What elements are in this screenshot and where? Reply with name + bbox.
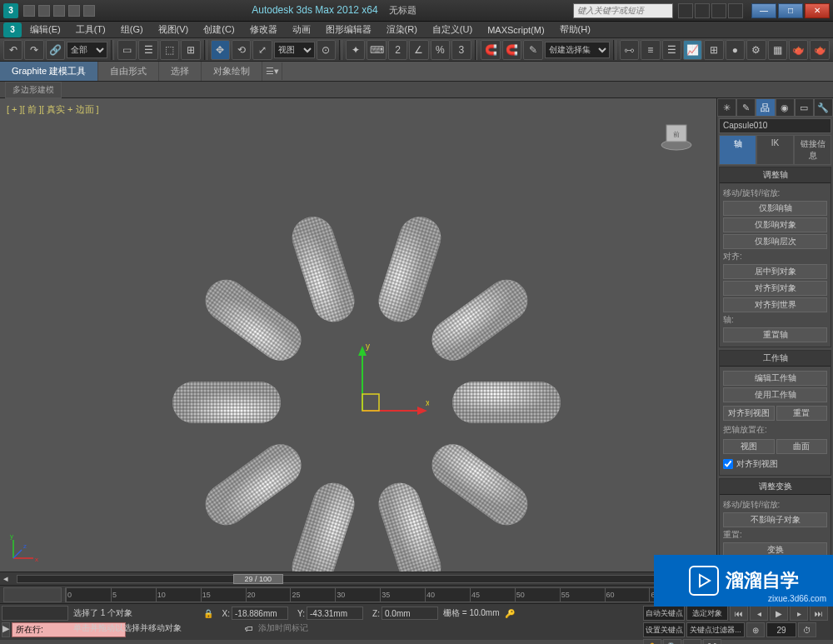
spinner-snap-button[interactable]: 3 [451, 40, 471, 60]
current-frame-input[interactable]: 29 [766, 622, 796, 637]
menu-render[interactable]: 渲染(R) [380, 22, 424, 37]
lock-icon[interactable]: 🔒 [203, 609, 213, 618]
keyfilter-button[interactable]: 关键点过滤器... [686, 622, 745, 637]
edit-working-pivot-button[interactable]: 编辑工作轴 [723, 371, 827, 386]
viewport[interactable]: 前 [0, 98, 716, 572]
selected-set-button[interactable]: 选定对象 [686, 606, 728, 621]
pivot-center-button[interactable]: ⊙ [317, 40, 336, 60]
help-icon[interactable] [728, 3, 743, 18]
time-tag-icon[interactable]: 🏷 [245, 624, 253, 633]
menu-graph-editors[interactable]: 图形编辑器 [319, 22, 378, 37]
play-button[interactable]: ▶ [770, 606, 788, 621]
coord-z-input[interactable] [382, 607, 438, 620]
ribbon-tab-freeform[interactable]: 自由形式 [98, 62, 159, 81]
listener-toggle-icon[interactable]: ▶ [2, 622, 10, 637]
menu-customize[interactable]: 自定义(U) [426, 22, 479, 37]
menu-modifiers[interactable]: 修改器 [243, 22, 284, 37]
menu-maxscript[interactable]: MAXScript(M) [481, 23, 551, 37]
scale-button[interactable]: ⤢ [252, 40, 272, 60]
mirror-button[interactable]: ⧟ [620, 40, 639, 60]
select-name-button[interactable]: ☰ [138, 40, 157, 60]
panel-tab-display[interactable]: ▭ [795, 98, 814, 117]
qat-icon[interactable] [38, 5, 50, 17]
coord-y-input[interactable] [307, 607, 363, 620]
subtab-ik[interactable]: IK [756, 135, 794, 165]
redo-button[interactable]: ↷ [24, 40, 43, 60]
prev-frame-button[interactable]: ◂ [750, 606, 768, 621]
panel-tab-hierarchy[interactable]: 品 [756, 98, 775, 117]
panel-tab-modify[interactable]: ✎ [736, 98, 756, 117]
curve-editor-button[interactable]: 📈 [683, 40, 702, 60]
move-gizmo[interactable]: y x [329, 344, 429, 444]
selection-filter[interactable]: 全部 [67, 42, 107, 58]
info-center-icon[interactable] [678, 3, 693, 18]
ribbon-tab-select[interactable]: 选择 [159, 62, 202, 81]
keyboard-shortcut-button[interactable]: ⌨ [367, 40, 386, 60]
align-to-world-button[interactable]: 对齐到世界 [723, 297, 827, 312]
snap-angle-button[interactable]: ∠ [409, 40, 428, 60]
move-button[interactable]: ✥ [211, 40, 230, 60]
add-time-tag[interactable]: 添加时间标记 [258, 622, 308, 634]
panel-tab-motion[interactable]: ◉ [776, 98, 795, 117]
time-config-button[interactable]: ⏱ [798, 622, 816, 637]
snap-2d-button[interactable]: 2 [388, 40, 407, 60]
script-mini-listener[interactable] [2, 606, 68, 621]
render-prod-button[interactable]: 🫖 [810, 40, 829, 60]
place-view-button[interactable]: 视图 [723, 439, 775, 454]
subtab-linkinfo[interactable]: 链接信息 [794, 135, 831, 165]
menu-tools[interactable]: 工具(T) [69, 22, 112, 37]
rollout-header[interactable]: 调整轴 [720, 167, 831, 183]
reset-pivot-button[interactable]: 重置轴 [723, 327, 827, 342]
close-button[interactable]: ✕ [805, 3, 830, 18]
affect-object-button[interactable]: 仅影响对象 [723, 217, 827, 232]
dont-affect-children-button[interactable]: 不影响子对象 [723, 512, 827, 527]
key-mode-icon[interactable]: ⊕ [746, 622, 765, 637]
rotate-button[interactable]: ⟲ [232, 40, 251, 60]
time-thumb[interactable]: 29 / 100 [233, 574, 283, 584]
ribbon-expand-icon[interactable]: ☰▾ [262, 62, 282, 80]
menu-group[interactable]: 组(G) [114, 22, 150, 37]
undo-button[interactable]: ↶ [3, 40, 22, 60]
goto-end-button[interactable]: ⏭ [810, 606, 828, 621]
edit-named-sel-button[interactable]: ✎ [523, 40, 542, 60]
place-surface-button[interactable]: 曲面 [776, 439, 828, 454]
ribbon-tab-graphite[interactable]: Graphite 建模工具 [0, 62, 98, 81]
panel-tab-create[interactable]: ✳ [717, 98, 736, 117]
manipulate-button[interactable]: ✦ [346, 40, 365, 60]
scrub-left-icon[interactable]: ◂ [3, 573, 8, 584]
nav-pan-button[interactable]: ✋ [643, 639, 661, 644]
menu-edit[interactable]: 编辑(E) [23, 22, 67, 37]
link-button[interactable]: 🔗 [46, 40, 65, 60]
menu-help[interactable]: 帮助(H) [553, 22, 597, 37]
subtab-pivot[interactable]: 轴 [719, 135, 756, 165]
app-logo-icon[interactable]: 3 [3, 3, 18, 18]
menu-view[interactable]: 视图(V) [152, 22, 196, 37]
align-to-view-checkbox[interactable]: 对齐到视图 [723, 458, 827, 470]
render-button[interactable]: 🫖 [789, 40, 808, 60]
maximize-button[interactable]: □ [778, 3, 803, 18]
panel-tab-utilities[interactable]: 🔧 [814, 98, 833, 117]
trackbar-left[interactable] [3, 587, 62, 602]
favorites-icon[interactable] [711, 3, 726, 18]
use-working-pivot-button[interactable]: 使用工作轴 [723, 387, 827, 402]
render-frame-button[interactable]: ▦ [768, 40, 787, 60]
align-to-object-button[interactable]: 对齐到对象 [723, 281, 827, 296]
nav-max-button[interactable]: ⛶ [703, 639, 721, 644]
ref-coord-select[interactable]: 视图 [274, 42, 315, 58]
schematic-button[interactable]: ⊞ [704, 40, 723, 60]
viewport-label[interactable]: [ + ][ 前 ][ 真实 + 边面 ] [7, 103, 99, 116]
app-menu-button[interactable]: 3 [3, 22, 22, 37]
select-rect-button[interactable]: ⬚ [160, 40, 179, 60]
reset-wp-button[interactable]: 重置 [776, 406, 828, 421]
nav-orbit-button[interactable]: ⟲ [683, 639, 701, 644]
autokey-button[interactable]: 自动关键点 [643, 606, 685, 621]
object-name-field[interactable]: Capsule010 [719, 118, 831, 133]
center-to-object-button[interactable]: 居中到对象 [723, 264, 827, 279]
snap-percent-button[interactable]: % [431, 40, 450, 60]
render-setup-button[interactable]: ⚙ [746, 40, 766, 60]
affect-hierarchy-button[interactable]: 仅影响层次 [723, 234, 827, 249]
align-button[interactable]: ≡ [641, 40, 660, 60]
material-editor-button[interactable]: ● [726, 40, 745, 60]
help-search-input[interactable] [573, 3, 673, 18]
qat-icon[interactable] [68, 5, 80, 17]
